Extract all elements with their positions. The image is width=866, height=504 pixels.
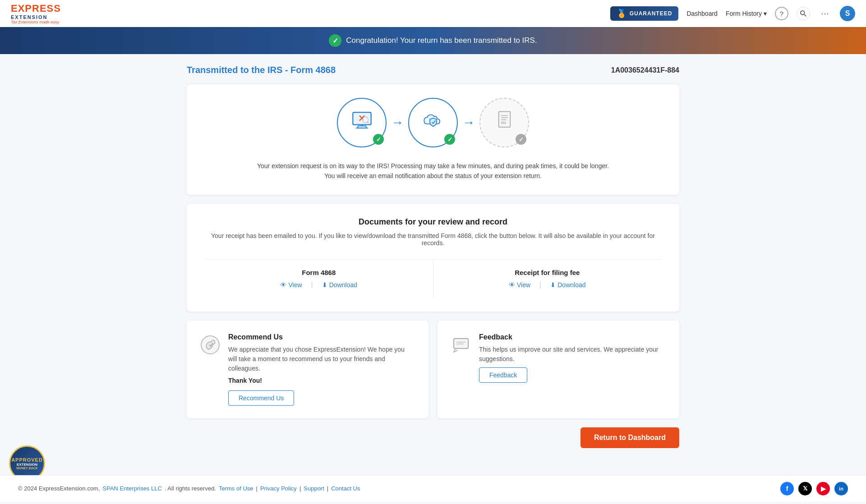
feedback-icon [451,335,471,406]
download-icon-1: ⬇ [322,281,327,289]
feedback-button[interactable]: Feedback [479,367,527,383]
step-1-computer: ✓ [337,98,387,147]
help-button[interactable]: ? [775,7,788,20]
logo-extension: EXTENSION [11,14,61,20]
success-check-icon: ✓ [329,34,341,47]
recommend-col: Recommend Us We appreciate that you chos… [187,321,428,418]
receipt-download-link[interactable]: ⬇ Download [550,281,585,289]
form-4868-actions: 👁 View | ⬇ Download [280,281,357,289]
footer-left: © 2024 ExpressExtension.com, SPAN Enterp… [18,485,360,492]
svg-point-8 [362,117,368,123]
page-title: Transmitted to the IRS - Form 4868 [187,65,336,75]
contact-us-link[interactable]: Contact Us [331,485,360,492]
terms-of-use-link[interactable]: Terms of Use [219,485,253,492]
status-description: Your extension request is on its way to … [253,161,613,181]
facebook-button[interactable]: f [780,482,794,495]
chevron-down-icon: ▾ [764,10,767,17]
download-icon-2: ⬇ [550,281,556,289]
svg-rect-16 [454,339,468,348]
feedback-title: Feedback [479,333,666,341]
form-history-label: Form History [726,10,762,17]
irs-document-icon: IRS [492,108,517,137]
success-banner: ✓ Congratulation! Your return has been t… [0,27,866,54]
svg-rect-10 [498,111,510,127]
docs-row: Form 4868 👁 View | ⬇ Download Receipt fo… [205,259,661,298]
grid-icon[interactable]: ⋯ [818,7,832,20]
footer-copyright: © 2024 ExpressExtension.com, [18,485,100,492]
linkedin-button[interactable]: in [834,482,848,495]
recommend-desc: We appreciate that you chose ExpressExte… [228,345,415,373]
footer-company[interactable]: SPAN Enterprises LLC [103,485,162,492]
recommend-thank: Thank You! [228,377,415,384]
return-to-dashboard-button[interactable]: Return to Dashboard [580,427,679,448]
receipt-view-link[interactable]: 👁 View [509,281,530,289]
form-4868-col: Form 4868 👁 View | ⬇ Download [205,260,433,298]
step-3-check: ✓ [516,134,526,145]
banner-message: Congratulation! Your return has been tra… [346,36,537,45]
docs-subtitle: Your receipt has been emailed to you. If… [205,232,661,247]
page-title-row: Transmitted to the IRS - Form 4868 1A003… [187,65,679,75]
docs-title: Documents for your review and record [205,217,661,227]
svg-text:IRS: IRS [501,121,506,124]
step-3-irs: IRS ✓ [479,98,529,147]
svg-line-1 [804,14,806,16]
arrow-2: → [462,115,475,130]
logo-express: EXPRESS [11,3,61,14]
feedback-desc: This helps us improve our site and servi… [479,345,666,364]
step-1-check: ✓ [373,134,384,145]
step-2-check: ✓ [444,134,455,145]
arrow-1: → [391,115,404,130]
logo: EXPRESS EXTENSION Tax Extensions made ea… [11,3,61,24]
dashboard-label: Dashboard [686,10,718,17]
documents-card: Documents for your review and record You… [187,204,679,312]
dashboard-nav[interactable]: Dashboard [686,10,718,17]
receipt-title: Receipt for filing fee [515,269,580,276]
logo-tagline: Tax Extensions made easy [11,20,61,24]
feedback-col: Feedback This helps us improve our site … [438,321,679,418]
search-button[interactable] [797,7,810,20]
youtube-button[interactable]: ▶ [816,482,830,495]
form-history-nav[interactable]: Form History ▾ [726,10,767,17]
header: EXPRESS EXTENSION Tax Extensions made ea… [0,0,866,27]
footer-rights: . All rights reserved. [165,485,216,492]
footer: © 2024 ExpressExtension.com, SPAN Enterp… [0,475,866,502]
status-card: ✓ → ✓ → [187,84,679,195]
form-id: 1A0036524431F-884 [611,66,679,74]
separator-1: | [311,281,313,289]
header-right: 🏅 GUARANTEED Dashboard Form History ▾ ? … [610,6,855,21]
feedback-content: Feedback This helps us improve our site … [479,333,666,406]
svg-point-0 [801,11,805,15]
recommend-button[interactable]: Recommend Us [228,390,294,406]
user-avatar[interactable]: S [840,6,855,21]
form-4868-title: Form 4868 [302,269,336,276]
status-steps: ✓ → ✓ → [205,98,661,147]
support-link[interactable]: Support [304,485,324,492]
form-4868-download-link[interactable]: ⬇ Download [322,281,357,289]
footer-social: f 𝕏 ▶ in [780,482,848,495]
guaranteed-label: GUARANTEED [630,10,673,17]
eye-icon: 👁 [280,281,286,289]
cloud-shield-icon [421,108,446,137]
recommend-content: Recommend Us We appreciate that you chos… [228,333,415,406]
guaranteed-badge: 🏅 GUARANTEED [610,6,679,21]
twitter-button[interactable]: 𝕏 [798,482,812,495]
main-content: Transmitted to the IRS - Form 4868 1A003… [176,54,690,475]
computer-icon [350,108,374,137]
return-btn-row: Return to Dashboard [187,427,679,448]
step-2-cloud: ✓ [408,98,458,147]
bottom-row: Recommend Us We appreciate that you chos… [187,321,679,418]
privacy-policy-link[interactable]: Privacy Policy [260,485,297,492]
eye-icon-2: 👁 [509,281,515,289]
receipt-col: Receipt for filing fee 👁 View | ⬇ Downlo… [433,260,662,298]
separator-2: | [539,281,541,289]
recommend-title: Recommend Us [228,333,415,341]
receipt-actions: 👁 View | ⬇ Download [509,281,586,289]
form-4868-view-link[interactable]: 👁 View [280,281,302,289]
recommend-icon [200,335,220,406]
badge-icon: 🏅 [617,9,627,18]
